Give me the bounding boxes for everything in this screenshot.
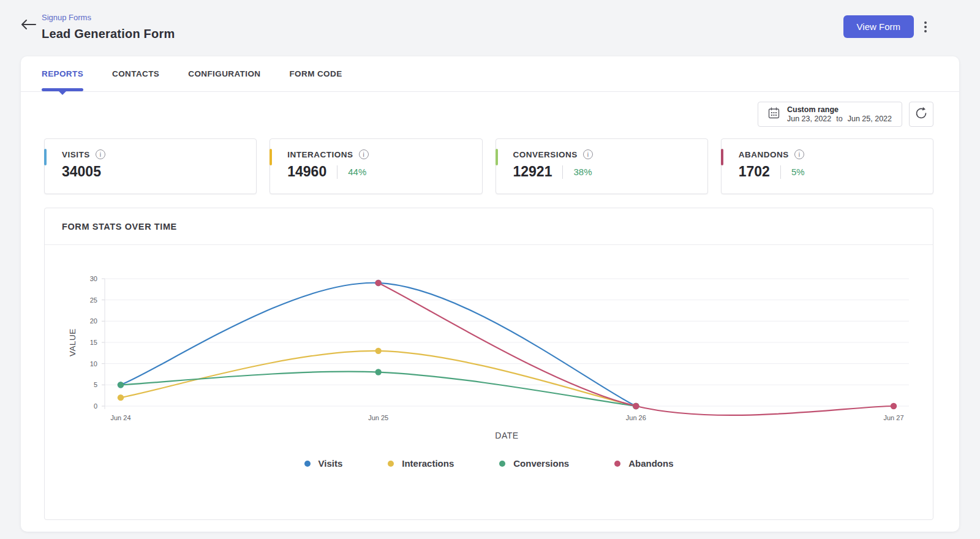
stat-accent-bar [44,149,47,165]
tab-configuration[interactable]: CONFIGURATION [188,56,260,91]
value-divider [780,165,781,179]
stat-label: VISITS [62,150,90,159]
chart-title: FORM STATS OVER TIME [62,222,177,232]
svg-text:30: 30 [90,275,97,282]
svg-text:0: 0 [94,402,97,410]
legend-label: Visits [318,458,343,469]
info-icon[interactable] [359,149,369,159]
tab-contacts[interactable]: CONTACTS [112,56,159,91]
chart-card: FORM STATS OVER TIME 051015202530Jun 24J… [44,208,933,520]
svg-text:VALUE: VALUE [68,328,77,356]
legend-item-abandons[interactable]: Abandons [614,458,673,469]
legend-label: Abandons [628,458,673,469]
legend-dot-icon [388,461,394,467]
range-to: to [836,115,842,123]
svg-text:20: 20 [90,317,97,325]
date-range-text: Custom range Jun 23, 2022toJun 25, 2022 [787,105,892,123]
stat-card-abandons: ABANDONS 1702 5% [721,138,933,194]
legend-dot-icon [614,461,620,467]
stat-card-interactions: INTERACTIONS 14960 44% [270,138,482,194]
chart-header: FORM STATS OVER TIME [45,208,933,245]
stat-card-conversions: CONVERSIONS 12921 38% [496,138,708,194]
stat-accent-bar [270,149,272,165]
main-card: REPORTS CONTACTS CONFIGURATION FORM CODE… [21,56,959,532]
legend-label: Conversions [513,458,569,469]
stat-value: 1702 [739,164,770,180]
stat-label: ABANDONS [739,150,789,159]
stat-percent: 44% [348,167,366,177]
stat-value: 12921 [513,164,552,180]
stat-value: 14960 [287,164,326,180]
legend-dot-icon [499,461,505,467]
chart-body: 051015202530Jun 24Jun 25Jun 26Jun 27DATE… [45,245,933,469]
value-divider [562,165,563,179]
date-range-label: Custom range [787,105,892,114]
stat-percent: 38% [573,167,592,177]
svg-text:10: 10 [90,360,97,368]
tab-form-code[interactable]: FORM CODE [289,56,342,91]
calendar-icon [768,107,780,121]
chart-legend: VisitsInteractionsConversionsAbandons [45,458,933,469]
svg-text:15: 15 [90,339,97,346]
range-start: Jun 23, 2022 [787,115,831,123]
svg-text:5: 5 [94,381,97,388]
tab-bar: REPORTS CONTACTS CONFIGURATION FORM CODE [21,56,959,92]
legend-item-visits[interactable]: Visits [304,458,343,469]
range-end: Jun 25, 2022 [848,115,892,123]
form-stats-chart: 051015202530Jun 24Jun 25Jun 26Jun 27DATE… [45,266,912,441]
legend-label: Interactions [402,458,454,469]
svg-text:25: 25 [90,296,97,304]
kebab-menu-icon[interactable] [920,20,931,34]
legend-item-interactions[interactable]: Interactions [388,458,454,469]
back-button[interactable] [20,17,37,34]
stat-value: 34005 [62,164,101,180]
date-range-picker[interactable]: Custom range Jun 23, 2022toJun 25, 2022 [758,102,902,127]
top-header: Signup Forms Lead Generation Form View F… [0,0,980,56]
svg-text:Jun 25: Jun 25 [368,414,388,421]
arrow-left-icon [20,19,36,32]
report-toolbar: Custom range Jun 23, 2022toJun 25, 2022 [21,102,959,127]
info-icon[interactable] [583,149,593,159]
stat-accent-bar [721,149,723,165]
view-form-button[interactable]: View Form [843,15,914,38]
page-title: Lead Generation Form [42,27,175,41]
stat-label: CONVERSIONS [513,150,578,159]
svg-text:Jun 27: Jun 27 [883,414,903,421]
legend-dot-icon [304,461,311,467]
legend-item-conversions[interactable]: Conversions [499,458,569,469]
stat-card-visits: VISITS 34005 [44,138,257,194]
refresh-icon [914,107,928,123]
svg-text:DATE: DATE [495,431,518,440]
svg-text:Jun 24: Jun 24 [110,414,130,421]
info-icon[interactable] [96,149,105,159]
refresh-button[interactable] [909,102,933,127]
date-range-value: Jun 23, 2022toJun 25, 2022 [787,115,892,123]
value-divider [337,165,337,179]
stat-percent: 5% [791,167,805,177]
tab-reports[interactable]: REPORTS [42,56,83,91]
stat-label: INTERACTIONS [287,150,353,159]
stat-accent-bar [496,149,498,165]
breadcrumb[interactable]: Signup Forms [42,13,91,22]
stats-row: VISITS 34005 INTERACTIONS 14960 44% CONV… [21,138,959,194]
svg-text:Jun 26: Jun 26 [626,414,646,421]
info-icon[interactable] [794,149,804,159]
